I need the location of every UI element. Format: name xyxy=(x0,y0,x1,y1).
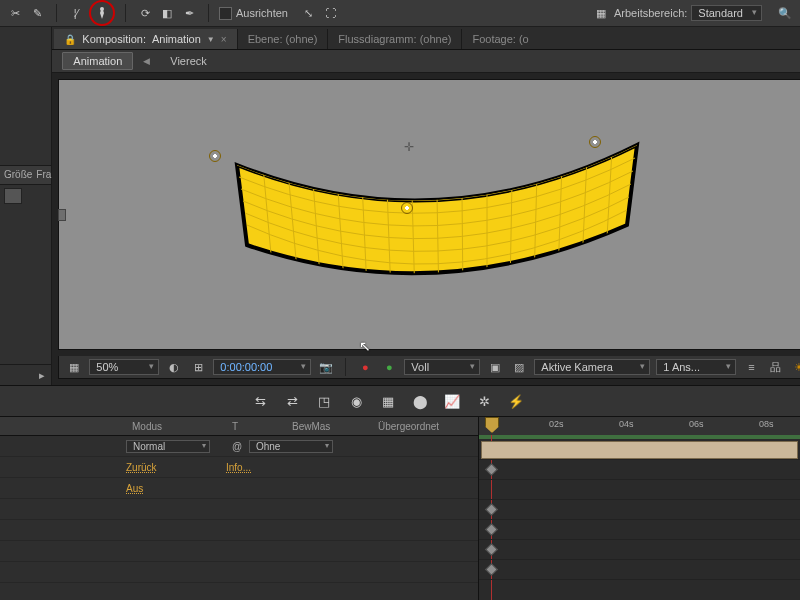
property-row[interactable] xyxy=(0,499,478,520)
tl-brain-icon[interactable]: ✲ xyxy=(474,391,494,411)
channel-r-icon[interactable]: ● xyxy=(356,359,374,375)
col-mode[interactable]: Modus xyxy=(126,421,232,432)
reset-link[interactable]: Zurück xyxy=(126,462,157,473)
tl-bolt-icon[interactable]: ⚡ xyxy=(506,391,526,411)
track-row[interactable] xyxy=(479,499,800,520)
3d-icon[interactable]: 品 xyxy=(766,359,784,375)
tool-brush-icon[interactable]: ✎ xyxy=(28,4,46,22)
col-bewmas[interactable]: BewMas xyxy=(292,421,372,432)
fastpreview-icon[interactable]: ≡ xyxy=(742,359,760,375)
tab-layer[interactable]: Ebene: (ohne) xyxy=(238,29,329,49)
zoom-select[interactable]: 50% xyxy=(89,359,159,375)
snapshot-icon[interactable]: 📷 xyxy=(317,359,335,375)
tab-flowchart[interactable]: Flussdiagramm: (ohne) xyxy=(328,29,462,49)
tl-tool-icon[interactable]: ⇆ xyxy=(250,391,270,411)
transparency-icon[interactable]: ▨ xyxy=(510,359,528,375)
composition-viewport[interactable]: ✛ ↖ xyxy=(58,79,800,350)
breadcrumb-child[interactable]: Viereck xyxy=(160,53,216,69)
property-row[interactable] xyxy=(0,520,478,541)
tl-graph-icon[interactable]: 📈 xyxy=(442,391,462,411)
workspace-label: Arbeitsbereich: xyxy=(614,7,687,19)
tl-motion-icon[interactable]: ⬤ xyxy=(410,391,430,411)
property-row[interactable]: Zurück Info... xyxy=(0,457,478,478)
views-select[interactable]: 1 Ans... xyxy=(656,359,736,375)
timeline-tracks[interactable]: 02s 04s 06s 08s xyxy=(479,417,800,600)
col-size[interactable]: Größe xyxy=(0,169,32,180)
property-row[interactable] xyxy=(0,541,478,562)
exposure-icon[interactable]: ☀ xyxy=(790,359,800,375)
ruler-tick: 02s xyxy=(549,419,564,429)
blend-mode-select[interactable]: Normal xyxy=(126,440,210,453)
ruler-tick: 04s xyxy=(619,419,634,429)
roi-icon[interactable]: ▣ xyxy=(486,359,504,375)
comp-chip-icon[interactable] xyxy=(4,188,22,204)
col-framerate[interactable]: Fra xyxy=(32,169,51,180)
tool-roto-icon[interactable]: ⟳ xyxy=(136,4,154,22)
tool-puppet-pin-icon[interactable] xyxy=(89,0,115,26)
tl-render-icon[interactable]: ◳ xyxy=(314,391,334,411)
keyframe-icon[interactable] xyxy=(485,543,498,556)
keyframe-icon[interactable] xyxy=(485,503,498,516)
tab-close-icon[interactable]: × xyxy=(221,34,227,45)
layer-bar[interactable] xyxy=(481,441,798,459)
time-ruler[interactable]: 02s 04s 06s 08s xyxy=(479,417,800,436)
parent-select[interactable]: Ohne xyxy=(249,440,333,453)
guides-icon[interactable]: ⊞ xyxy=(189,359,207,375)
shape-layer[interactable] xyxy=(207,125,667,305)
col-parent[interactable]: Übergeordnet xyxy=(372,421,478,432)
align-checkbox[interactable] xyxy=(219,7,232,20)
channel-g-icon[interactable]: ● xyxy=(380,359,398,375)
main-area: Größe Fra ▸ 🔒 Komposition: Animation ▼ ×… xyxy=(0,27,800,385)
timecode-field[interactable]: 0:00:00:00 xyxy=(213,359,311,375)
anchor-icon: ✛ xyxy=(404,140,414,154)
center-column: 🔒 Komposition: Animation ▼ × Ebene: (ohn… xyxy=(52,27,800,385)
track-row[interactable] xyxy=(479,519,800,540)
grid-toggle-icon[interactable]: ▦ xyxy=(65,359,83,375)
track-row[interactable] xyxy=(479,479,800,500)
tab-comp-name: Animation xyxy=(152,33,201,45)
workspace-select[interactable]: Standard xyxy=(691,5,762,21)
resolution-select[interactable]: Voll xyxy=(404,359,480,375)
property-row[interactable]: Aus xyxy=(0,478,478,499)
snap-icon[interactable]: ⤡ xyxy=(300,4,318,22)
snap-target-icon[interactable]: ⛶ xyxy=(322,4,340,22)
track-row[interactable] xyxy=(479,539,800,560)
tool-shape-icon[interactable]: ◧ xyxy=(158,4,176,22)
track-row[interactable] xyxy=(479,439,800,460)
ruler-tick: 06s xyxy=(689,419,704,429)
keyframe-icon[interactable] xyxy=(485,523,498,536)
info-link[interactable]: Info... xyxy=(226,462,251,473)
pickwhip-icon[interactable]: @ xyxy=(232,441,242,452)
off-link[interactable]: Aus xyxy=(126,483,143,494)
keyframe-icon[interactable] xyxy=(485,463,498,476)
lock-icon[interactable]: 🔒 xyxy=(64,34,76,45)
tab-comp-menu-icon[interactable]: ▼ xyxy=(207,35,215,44)
track-row[interactable] xyxy=(479,459,800,480)
tl-blur-icon[interactable]: ◉ xyxy=(346,391,366,411)
tab-composition[interactable]: 🔒 Komposition: Animation ▼ × xyxy=(54,29,237,49)
tool-clone-icon[interactable]: ¦⁄ xyxy=(67,4,85,22)
tool-pen-icon[interactable]: ✒ xyxy=(180,4,198,22)
property-row[interactable] xyxy=(0,562,478,583)
tab-flow-label: Flussdiagramm: (ohne) xyxy=(338,33,451,45)
tl-grid-icon[interactable]: ▦ xyxy=(378,391,398,411)
workspace-icon: ▦ xyxy=(592,4,610,22)
layer-row[interactable]: Normal @ Ohne xyxy=(0,436,478,457)
align-label: Ausrichten xyxy=(236,7,288,19)
ruler-tick: 08s xyxy=(759,419,774,429)
mask-toggle-icon[interactable]: ◐ xyxy=(165,359,183,375)
breadcrumb-root[interactable]: Animation xyxy=(62,52,133,70)
project-panel: Größe Fra ▸ xyxy=(0,27,52,385)
top-toolbar: ✂ ✎ ¦⁄ ⟳ ◧ ✒ Ausrichten ⤡ ⛶ ▦ Arbeitsber… xyxy=(0,0,800,27)
tool-pan-behind-icon[interactable]: ✂ xyxy=(6,4,24,22)
col-trkmat[interactable]: T xyxy=(232,421,292,432)
camera-select[interactable]: Aktive Kamera xyxy=(534,359,650,375)
track-row[interactable] xyxy=(479,559,800,580)
search-icon[interactable]: 🔍 xyxy=(776,4,794,22)
svg-point-0 xyxy=(100,7,104,11)
tl-tool-icon[interactable]: ⇄ xyxy=(282,391,302,411)
playhead-icon[interactable] xyxy=(485,417,499,433)
keyframe-icon[interactable] xyxy=(485,563,498,576)
tab-footage[interactable]: Footage: (o xyxy=(462,29,538,49)
expand-icon[interactable]: ▸ xyxy=(39,369,45,382)
